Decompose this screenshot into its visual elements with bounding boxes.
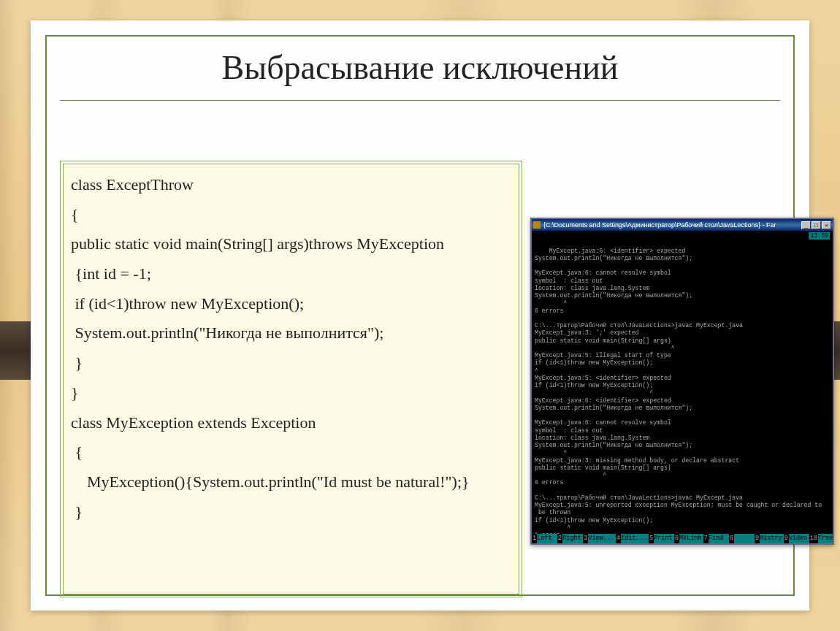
code-block: class ExceptThrow { public static void m…	[63, 164, 519, 594]
fkey-9[interactable]: 9Histry	[755, 534, 784, 543]
terminal-titlebar: {C:\Documents and Settings\Администратор…	[532, 219, 833, 231]
fkey-2[interactable]: 2Right	[557, 534, 583, 543]
fkey-4[interactable]: 4Edit...	[616, 534, 649, 543]
fkey-7[interactable]: 7Find	[703, 534, 729, 543]
fkey-6[interactable]: 6MkLink	[674, 534, 703, 543]
fkey-5[interactable]: 5Print	[649, 534, 674, 543]
fkey-10[interactable]: 10Tree	[809, 534, 833, 543]
maximize-button[interactable]: □	[812, 221, 821, 229]
close-button[interactable]: ×	[822, 221, 831, 229]
minimize-button[interactable]: _	[801, 221, 811, 229]
terminal-text: MyExcept.java:6: <identifier> expected S…	[535, 248, 822, 535]
terminal-window: {C:\Documents and Settings\Администратор…	[530, 218, 834, 545]
fkey-1[interactable]: 1Left	[532, 534, 557, 543]
fkey-9[interactable]: 9Video	[784, 534, 809, 543]
terminal-output: 13:59 MyExcept.java:6: <identifier> expe…	[532, 231, 833, 534]
fkey-3[interactable]: 3View...	[583, 534, 616, 543]
fkey-8[interactable]: 8	[729, 534, 755, 543]
terminal-fkey-bar: 1Left2Right3View...4Edit...5Print6MkLink…	[532, 534, 833, 543]
terminal-clock: 13:59	[809, 232, 830, 240]
terminal-app-icon	[533, 221, 541, 229]
terminal-title-text: {C:\Documents and Settings\Администратор…	[543, 221, 801, 229]
